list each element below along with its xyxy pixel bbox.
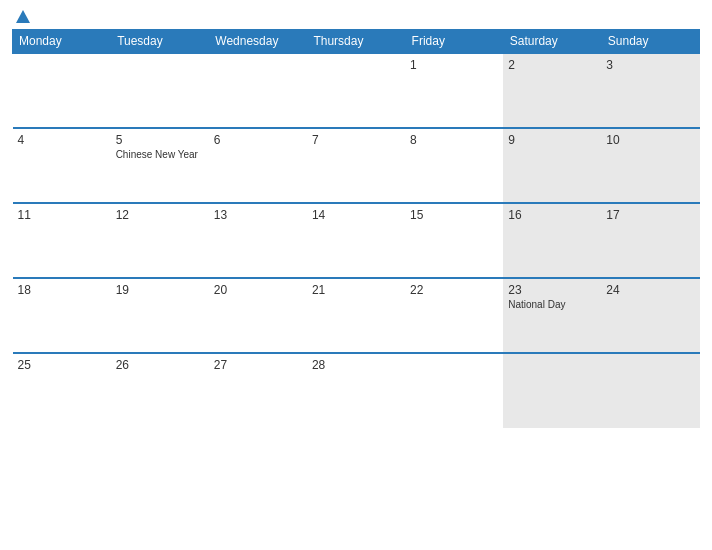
day-number: 14 [312,208,400,222]
day-number: 23 [508,283,596,297]
weekday-header-monday: Monday [13,30,111,54]
calendar-cell: 5Chinese New Year [111,128,209,203]
weekday-header-friday: Friday [405,30,503,54]
day-number: 4 [18,133,106,147]
header [12,10,700,23]
day-number: 8 [410,133,498,147]
calendar-cell [13,53,111,128]
weekday-header-tuesday: Tuesday [111,30,209,54]
day-number: 20 [214,283,302,297]
day-event: National Day [508,299,596,310]
week-row-5: 25262728 [13,353,700,428]
calendar-cell: 28 [307,353,405,428]
calendar-cell: 4 [13,128,111,203]
day-number: 1 [410,58,498,72]
calendar-cell: 17 [601,203,699,278]
calendar-cell: 25 [13,353,111,428]
weekday-header-wednesday: Wednesday [209,30,307,54]
calendar-cell [503,353,601,428]
logo [12,10,30,23]
day-number: 27 [214,358,302,372]
logo-triangle-icon [16,10,30,23]
calendar-cell: 9 [503,128,601,203]
calendar-table: MondayTuesdayWednesdayThursdayFridaySatu… [12,29,700,428]
calendar-cell: 13 [209,203,307,278]
calendar-page: MondayTuesdayWednesdayThursdayFridaySatu… [0,0,712,550]
day-number: 9 [508,133,596,147]
day-number: 26 [116,358,204,372]
day-number: 10 [606,133,694,147]
logo-blue-row [12,10,30,23]
calendar-cell: 10 [601,128,699,203]
calendar-cell: 15 [405,203,503,278]
calendar-cell: 1 [405,53,503,128]
day-number: 3 [606,58,694,72]
calendar-cell: 22 [405,278,503,353]
calendar-cell: 6 [209,128,307,203]
calendar-cell: 2 [503,53,601,128]
day-number: 24 [606,283,694,297]
calendar-cell: 14 [307,203,405,278]
week-row-3: 11121314151617 [13,203,700,278]
calendar-cell: 16 [503,203,601,278]
calendar-cell: 24 [601,278,699,353]
day-number: 16 [508,208,596,222]
calendar-cell [307,53,405,128]
week-row-1: 123 [13,53,700,128]
week-row-4: 181920212223National Day24 [13,278,700,353]
weekday-header-thursday: Thursday [307,30,405,54]
calendar-cell: 12 [111,203,209,278]
week-row-2: 45Chinese New Year678910 [13,128,700,203]
calendar-cell [601,353,699,428]
day-number: 15 [410,208,498,222]
calendar-cell: 21 [307,278,405,353]
calendar-cell: 26 [111,353,209,428]
calendar-cell: 3 [601,53,699,128]
day-number: 28 [312,358,400,372]
calendar-cell: 19 [111,278,209,353]
weekday-header-row: MondayTuesdayWednesdayThursdayFridaySatu… [13,30,700,54]
day-event: Chinese New Year [116,149,204,160]
calendar-cell: 7 [307,128,405,203]
day-number: 13 [214,208,302,222]
calendar-cell [209,53,307,128]
weekday-header-sunday: Sunday [601,30,699,54]
calendar-cell: 8 [405,128,503,203]
calendar-cell: 23National Day [503,278,601,353]
day-number: 21 [312,283,400,297]
day-number: 25 [18,358,106,372]
calendar-cell [111,53,209,128]
day-number: 5 [116,133,204,147]
calendar-cell: 20 [209,278,307,353]
day-number: 11 [18,208,106,222]
day-number: 17 [606,208,694,222]
day-number: 19 [116,283,204,297]
day-number: 18 [18,283,106,297]
day-number: 2 [508,58,596,72]
calendar-cell [405,353,503,428]
day-number: 7 [312,133,400,147]
calendar-cell: 11 [13,203,111,278]
day-number: 6 [214,133,302,147]
weekday-header-saturday: Saturday [503,30,601,54]
day-number: 22 [410,283,498,297]
day-number: 12 [116,208,204,222]
calendar-cell: 27 [209,353,307,428]
calendar-cell: 18 [13,278,111,353]
